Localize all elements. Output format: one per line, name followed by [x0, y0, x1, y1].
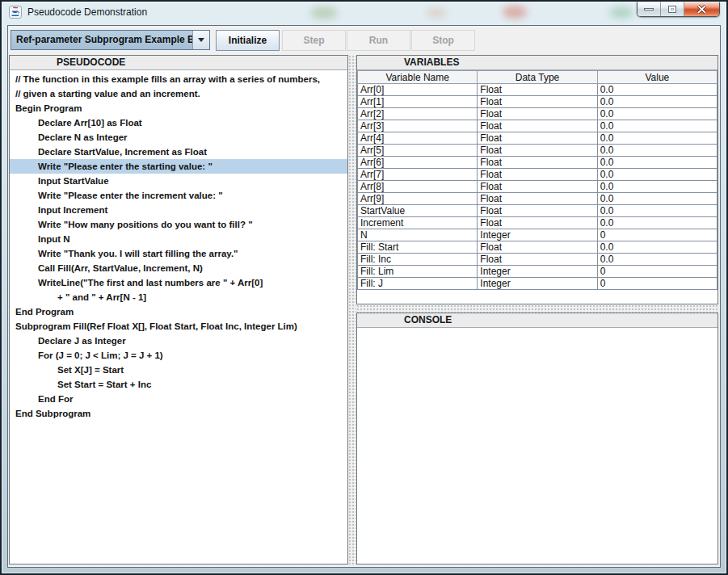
table-row[interactable]: Arr[1]Float0.0: [358, 96, 717, 108]
column-header[interactable]: Value: [597, 71, 717, 84]
table-row[interactable]: NInteger0: [358, 229, 717, 241]
minimize-icon: [644, 8, 654, 10]
table-cell: Float: [478, 96, 597, 108]
column-header[interactable]: Variable Name: [358, 71, 478, 84]
vertical-splitter[interactable]: [348, 55, 356, 565]
table-cell: Arr[6]: [358, 157, 478, 169]
table-cell: 0.0: [597, 205, 717, 217]
glass-reflection: [426, 8, 447, 18]
table-row[interactable]: Arr[5]Float0.0: [358, 145, 717, 157]
code-line[interactable]: // The function in this example fills an…: [10, 72, 347, 86]
table-cell: Integer: [478, 266, 597, 278]
glass-reflection: [310, 6, 338, 19]
code-line[interactable]: Declare N as Integer: [10, 130, 347, 145]
table-cell: 0.0: [597, 169, 717, 181]
table-row[interactable]: Fill: JInteger0: [358, 278, 717, 290]
table-cell: Arr[7]: [358, 169, 478, 181]
code-line[interactable]: Input N: [10, 232, 347, 246]
pseudocode-panel: PSEUDOCODE // The function in this examp…: [9, 55, 348, 565]
code-line[interactable]: Write "Thank you. I will start filling t…: [10, 246, 347, 261]
variables-header: VARIABLES: [357, 56, 717, 70]
code-line[interactable]: Write "Please enter the starting value: …: [10, 159, 347, 174]
close-icon: [696, 5, 707, 14]
run-button[interactable]: Run: [347, 30, 410, 51]
table-cell: 0.0: [597, 181, 717, 193]
table-row[interactable]: Fill: IncFloat0.0: [358, 254, 717, 266]
table-cell: 0.0: [597, 217, 717, 229]
table-cell: Arr[8]: [358, 181, 478, 193]
code-line[interactable]: Declare StartValue, Increment as Float: [10, 145, 347, 159]
example-selector[interactable]: Ref-parameter Subprogram Example B: [11, 30, 210, 50]
code-line[interactable]: WriteLine("The first and last numbers ar…: [10, 275, 347, 290]
window-title: Pseudocode Demonstration: [27, 2, 147, 23]
code-line[interactable]: Call Fill(Arr, StartValue, Increment, N): [10, 261, 347, 275]
example-selector-value: Ref-parameter Subprogram Example B: [11, 31, 192, 49]
table-cell: Integer: [478, 229, 597, 241]
code-line[interactable]: Write "How many positions do you want to…: [10, 217, 347, 232]
table-cell: Float: [478, 254, 597, 266]
table-row[interactable]: Arr[8]Float0.0: [358, 181, 717, 193]
pseudocode-lines[interactable]: // The function in this example fills an…: [10, 70, 347, 564]
table-cell: Float: [478, 145, 597, 157]
table-row[interactable]: Fill: LimInteger0: [358, 266, 717, 278]
code-line[interactable]: Declare Arr[10] as Float: [10, 115, 347, 130]
table-cell: Arr[1]: [358, 96, 478, 108]
step-button[interactable]: Step: [282, 30, 346, 51]
table-cell: Increment: [358, 217, 478, 229]
close-button[interactable]: [684, 2, 719, 16]
table-row[interactable]: Fill: StartFloat0.0: [358, 241, 717, 254]
code-line[interactable]: End Program: [10, 304, 347, 319]
code-line[interactable]: Declare J as Integer: [10, 334, 347, 348]
table-cell: Arr[5]: [358, 145, 478, 157]
code-line[interactable]: End Subprogram: [10, 406, 347, 421]
maximize-button[interactable]: [661, 2, 684, 16]
table-row[interactable]: Arr[2]Float0.0: [358, 108, 717, 120]
table-row[interactable]: Arr[3]Float0.0: [358, 120, 717, 132]
code-line[interactable]: Subprogram Fill(Ref Float X[], Float Sta…: [10, 319, 347, 334]
glass-reflection: [503, 6, 527, 19]
console-output[interactable]: [357, 328, 717, 564]
column-header[interactable]: Data Type: [478, 71, 597, 84]
table-row[interactable]: Arr[0]Float0.0: [358, 84, 717, 96]
table-row[interactable]: StartValueFloat0.0: [358, 205, 717, 217]
code-line[interactable]: Input Increment: [10, 203, 347, 217]
code-line[interactable]: End For: [10, 392, 347, 406]
table-cell: 0.0: [597, 132, 717, 145]
table-row[interactable]: Arr[7]Float0.0: [358, 169, 717, 181]
code-line[interactable]: Set X[J] = Start: [10, 363, 347, 377]
code-line[interactable]: // given a starting value and an increme…: [10, 86, 347, 101]
right-column: VARIABLES Variable NameData TypeValue Ar…: [356, 55, 718, 565]
table-row[interactable]: Arr[6]Float0.0: [358, 157, 717, 169]
table-cell: Arr[9]: [358, 193, 478, 205]
table-row[interactable]: Arr[9]Float0.0: [358, 193, 717, 205]
code-line[interactable]: Write "Please enter the increment value:…: [10, 188, 347, 203]
table-row[interactable]: IncrementFloat0.0: [358, 217, 717, 229]
client-area: Ref-parameter Subprogram Example B Initi…: [7, 25, 721, 568]
minimize-button[interactable]: [638, 2, 661, 16]
table-cell: Arr[2]: [358, 108, 478, 120]
code-line[interactable]: Begin Program: [10, 101, 347, 115]
title-bar[interactable]: Pseudocode Demonstration: [2, 2, 726, 23]
table-cell: Float: [478, 181, 597, 193]
code-line[interactable]: + " and " + Arr[N - 1]: [10, 290, 347, 304]
code-line[interactable]: Input StartValue: [10, 174, 347, 188]
table-cell: Fill: Lim: [358, 266, 478, 278]
table-row[interactable]: Arr[4]Float0.0: [358, 132, 717, 145]
table-cell: Float: [478, 84, 597, 96]
table-cell: Float: [478, 108, 597, 120]
maximize-icon: [668, 6, 676, 13]
table-cell: 0: [597, 229, 717, 241]
table-cell: 0.0: [597, 241, 717, 254]
table-cell: Float: [478, 193, 597, 205]
initialize-button[interactable]: Initialize: [216, 30, 280, 51]
stop-button[interactable]: Stop: [411, 30, 475, 51]
code-line[interactable]: Set Start = Start + Inc: [10, 377, 347, 392]
horizontal-splitter[interactable]: [356, 304, 718, 313]
console-panel: CONSOLE: [356, 313, 718, 565]
main-area: PSEUDOCODE // The function in this examp…: [9, 55, 718, 565]
code-line[interactable]: For (J = 0; J < Lim; J = J + 1): [10, 348, 347, 363]
table-cell: 0.0: [597, 193, 717, 205]
chevron-down-icon[interactable]: [192, 31, 209, 49]
table-cell: 0.0: [597, 108, 717, 120]
console-header: CONSOLE: [357, 313, 717, 328]
